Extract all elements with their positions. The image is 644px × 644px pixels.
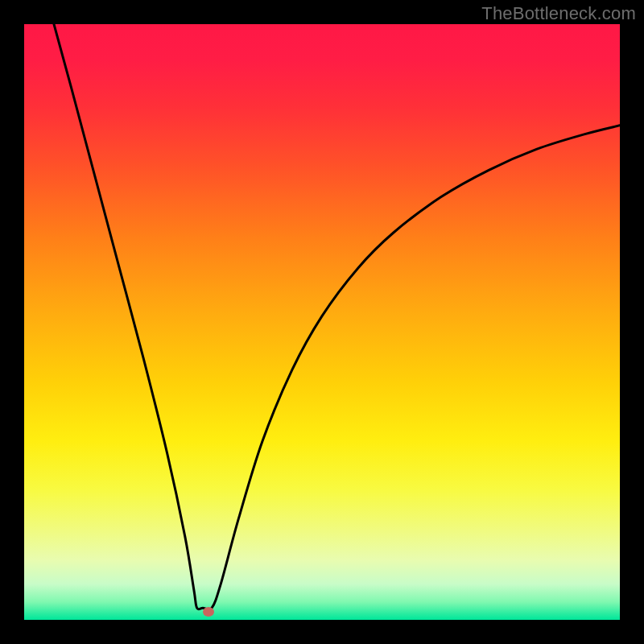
chart-stage: TheBottleneck.com (0, 0, 644, 644)
optimal-point-marker (203, 607, 214, 617)
watermark-text: TheBottleneck.com (481, 3, 636, 24)
plot-area (24, 24, 620, 620)
bottleneck-curve (24, 24, 620, 620)
